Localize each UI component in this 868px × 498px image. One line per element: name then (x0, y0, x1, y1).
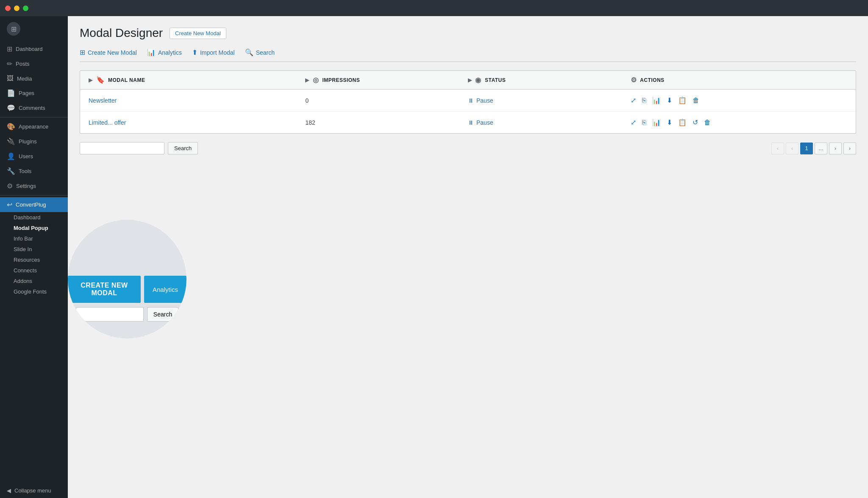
tab-search[interactable]: 🔍 Search (245, 48, 275, 56)
plugins-icon: 🔌 (7, 137, 15, 145)
sidebar-item-settings[interactable]: ⚙ Settings (0, 179, 68, 193)
sidebar-item-label: Media (17, 76, 32, 82)
collapse-menu-button[interactable]: ◀ Collapse menu (0, 483, 68, 498)
slide-in-item[interactable]: Slide In (7, 244, 68, 255)
title-bar (0, 0, 868, 16)
delete-icon-2[interactable]: 🗑 (704, 119, 711, 126)
doc-icon-2[interactable]: 📋 (678, 118, 687, 126)
sidebar-item-label: Tools (19, 168, 31, 174)
import-icon: ⬆ (192, 48, 198, 56)
analytics-row-icon[interactable]: 📊 (652, 96, 661, 104)
modal-name-cell[interactable]: Limited... offer (89, 119, 305, 126)
analytics-button[interactable]: Analytics (144, 276, 186, 303)
google-fonts-item[interactable]: Google Fonts (7, 286, 68, 297)
tab-analytics[interactable]: 📊 Analytics (147, 48, 182, 56)
resources-item[interactable]: Resources (7, 255, 68, 265)
collapse-label: Collapse menu (14, 487, 51, 494)
download-icon-2[interactable]: ⬇ (667, 118, 672, 126)
sidebar-item-label: Users (19, 153, 33, 159)
addons-item[interactable]: Addons (7, 276, 68, 286)
analytics-icon: 📊 (147, 48, 156, 56)
table-header: ▶ 🔖 MODAL NAME ▶ ◎ IMPRESSIONS ▶ ◉ STATU… (80, 71, 856, 90)
sidebar-divider (0, 117, 68, 118)
actions-cell: ⤢ ⎘ 📊 ⬇ 📋 🗑 (631, 96, 847, 104)
table-row: Newsletter 0 ⏸ Pause ⤢ ⎘ 📊 ⬇ 📋 🗑 (80, 90, 856, 112)
convertplug-submenu: Dashboard Modal Popup Info Bar Slide In … (0, 212, 68, 297)
minimize-button[interactable] (14, 6, 19, 11)
refresh-icon[interactable]: ↺ (693, 118, 698, 126)
sidebar: ⊞ ⊞ Dashboard ✏ Posts 🖼 Media 📄 Pages 💬 … (0, 16, 68, 498)
magnifier-buttons-row: CREATE NEW MODAL Analytics (68, 276, 186, 303)
magnifier-search-input[interactable] (76, 307, 144, 322)
plus-icon: ⊞ (80, 48, 85, 56)
download-icon[interactable]: ⬇ (667, 96, 672, 104)
sidebar-item-tools[interactable]: 🔧 Tools (0, 164, 68, 179)
sidebar-item-label: Plugins (19, 138, 37, 145)
tab-label: Analytics (158, 49, 182, 56)
nav-tabs: ⊞ Create New Modal 📊 Analytics ⬆ Import … (80, 48, 856, 62)
sidebar-item-posts[interactable]: ✏ Posts (0, 56, 68, 71)
sidebar-item-comments[interactable]: 💬 Comments (0, 101, 68, 115)
th-status: ▶ ◉ STATUS (468, 76, 631, 84)
sidebar-item-convertplug[interactable]: ↩ ConvertPlug (0, 197, 68, 212)
impressions-icon: ◎ (313, 76, 319, 84)
sidebar-item-appearance[interactable]: 🎨 Appearance (0, 119, 68, 134)
maximize-button[interactable] (23, 6, 28, 11)
users-icon: 👤 (7, 152, 15, 160)
tab-label: Create New Modal (88, 49, 137, 56)
copy-icon-2[interactable]: ⎘ (642, 119, 646, 126)
sidebar-item-users[interactable]: 👤 Users (0, 149, 68, 164)
delete-icon[interactable]: 🗑 (693, 97, 699, 104)
create-new-modal-button[interactable]: CREATE NEW MODAL (68, 276, 141, 303)
magnifier-search-button[interactable]: Search (147, 307, 178, 322)
pages-icon: 📄 (7, 89, 15, 97)
share-icon[interactable]: ⤢ (631, 96, 636, 104)
collapse-icon: ◀ (7, 487, 11, 494)
main-content: Modal Designer Create New Modal ⊞ Create… (68, 16, 868, 498)
th-impressions: ▶ ◎ IMPRESSIONS (305, 76, 468, 84)
sidebar-item-dashboard[interactable]: ⊞ Dashboard (0, 42, 68, 56)
th-arrow-impressions: ▶ (305, 77, 309, 83)
copy-icon[interactable]: ⎘ (642, 97, 646, 104)
search-tab-icon: 🔍 (245, 48, 253, 56)
search-button[interactable]: Search (168, 142, 198, 154)
pagination-prev2-button[interactable]: ‹ (786, 143, 798, 154)
doc-icon[interactable]: 📋 (678, 96, 687, 104)
tab-create-new-modal[interactable]: ⊞ Create New Modal (80, 48, 137, 56)
pause-icon-2: ⏸ (468, 119, 474, 126)
connects-item[interactable]: Connects (7, 265, 68, 276)
share-icon-2[interactable]: ⤢ (631, 118, 636, 126)
close-button[interactable] (5, 6, 11, 11)
impressions-cell: 182 (305, 119, 468, 126)
status-cell[interactable]: ⏸ Pause (468, 119, 631, 126)
create-new-modal-header-button[interactable]: Create New Modal (170, 28, 226, 39)
magnifier-circle: CREATE NEW MODAL Analytics Search (68, 220, 186, 339)
posts-icon: ✏ (7, 60, 12, 68)
pause-icon: ⏸ (468, 97, 474, 104)
modal-name-icon: 🔖 (96, 76, 105, 84)
info-bar-item[interactable]: Info Bar (7, 233, 68, 244)
modal-popup-item[interactable]: Modal Popup (7, 223, 68, 233)
cp-dashboard-item[interactable]: Dashboard (7, 212, 68, 223)
status-cell[interactable]: ⏸ Pause (468, 97, 631, 104)
sidebar-item-pages[interactable]: 📄 Pages (0, 86, 68, 101)
pagination-prev-button[interactable]: ‹ (771, 143, 784, 154)
modal-name-cell[interactable]: Newsletter (89, 97, 305, 104)
sidebar-item-label: ConvertPlug (16, 201, 46, 208)
tab-import-modal[interactable]: ⬆ Import Modal (192, 48, 235, 56)
analytics-row-icon-2[interactable]: 📊 (652, 118, 661, 126)
pagination-current-page[interactable]: 1 (800, 143, 813, 154)
media-icon: 🖼 (7, 75, 14, 82)
pagination-more[interactable]: ... (815, 143, 827, 154)
pagination-next2-button[interactable]: › (843, 143, 856, 154)
pagination-next-button[interactable]: › (829, 143, 842, 154)
magnifier-content: CREATE NEW MODAL Analytics Search (68, 276, 186, 322)
status-icon: ◉ (475, 76, 481, 84)
bottom-bar: Search ‹ ‹ 1 ... › › (80, 142, 856, 154)
sidebar-item-media[interactable]: 🖼 Media (0, 71, 68, 86)
sidebar-item-plugins[interactable]: 🔌 Plugins (0, 134, 68, 149)
table-row: Limited... offer 182 ⏸ Pause ⤢ ⎘ 📊 ⬇ 📋 ↺… (80, 112, 856, 133)
sidebar-item-label: Pages (19, 90, 34, 96)
sidebar-item-label: Appearance (19, 123, 48, 130)
search-input[interactable] (80, 142, 164, 154)
